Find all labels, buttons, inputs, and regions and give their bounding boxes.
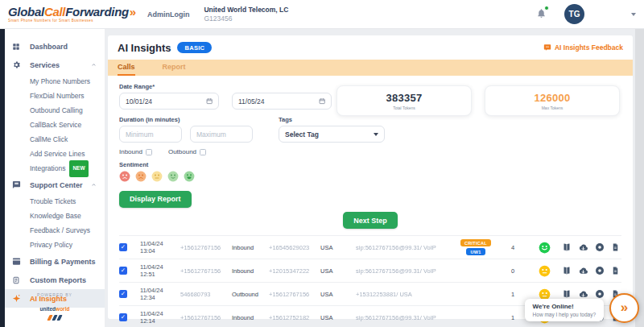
duration-group: Duration (in minutes)	[119, 114, 261, 143]
calendar-icon[interactable]	[206, 97, 213, 105]
row-checkbox[interactable]	[119, 243, 127, 251]
total-tokens-value: 383357	[386, 92, 422, 104]
sidebar-label: Services	[30, 61, 60, 69]
tab-calls[interactable]: Calls	[118, 60, 135, 76]
transcript-book-icon[interactable]	[562, 289, 572, 299]
powered-by-label: POWERED BY	[5, 292, 105, 297]
chat-chevrons-icon: »	[621, 300, 628, 314]
duration-min-input[interactable]	[126, 130, 175, 139]
sentiment-very-positive-icon[interactable]	[184, 171, 195, 182]
sidebar-item-knowledge-base[interactable]: Knowledge Base	[0, 209, 105, 223]
select-caret-icon	[374, 133, 378, 136]
credit-card-icon	[11, 257, 21, 266]
dashboard-grid-icon	[11, 43, 21, 51]
logo-chevrons-icon: »	[130, 5, 136, 19]
sentiment-neutral-icon[interactable]	[151, 171, 163, 182]
sidebar-label: Billing & Payments	[30, 258, 96, 266]
date-from-input[interactable]	[119, 93, 219, 110]
sidebar-item-my-phone-numbers[interactable]: My Phone Numbers	[0, 74, 105, 89]
call-count: 1	[499, 314, 526, 321]
sidebar-item-add-service-lines[interactable]: Add Service Lines	[0, 147, 105, 161]
cloud-download-icon[interactable]	[578, 289, 588, 300]
sentiment-label: Sentiment	[119, 161, 621, 168]
logo-swoosh-icon	[5, 315, 105, 321]
sidebar: Dashboard Services My Phone Numbers Flex…	[0, 29, 105, 327]
transcript-book-icon[interactable]	[562, 242, 572, 252]
chevron-up-icon	[91, 181, 97, 189]
play-record-icon[interactable]	[595, 289, 605, 299]
sidebar-dark-strip	[0, 29, 5, 327]
row-checkbox[interactable]	[119, 313, 127, 321]
united-world-logo: unitedworld	[5, 300, 105, 321]
powered-by-footer: POWERED BY unitedworld	[5, 292, 105, 321]
tags-group: Tags Select Tag	[279, 114, 385, 143]
calendar-icon[interactable]	[319, 97, 325, 105]
sidebar-item-dashboard[interactable]: Dashboard	[0, 37, 105, 56]
sidebar-item-privacy-policy[interactable]: Privacy Policy	[0, 238, 105, 252]
ai-insights-card: AI Insights BASIC AI Insights Feedback C…	[108, 35, 633, 319]
call-datetime: 11/04/2412:51	[140, 263, 180, 279]
brand-logo[interactable]: GlobalCallForwarding» Smart Phone Number…	[8, 6, 136, 23]
sentiment-negative-icon[interactable]	[135, 171, 147, 182]
date-to-value[interactable]	[238, 97, 319, 106]
row-actions	[562, 266, 621, 276]
call-datetime: 11/04/2412:34	[140, 287, 180, 302]
play-record-icon[interactable]	[595, 242, 605, 252]
sidebar-item-integrations[interactable]: Integrations NEW	[0, 161, 105, 176]
sentiment-very-negative-icon[interactable]	[119, 171, 130, 182]
row-actions	[562, 242, 621, 253]
duration-max-input[interactable]	[196, 130, 246, 139]
sidebar-item-support-center[interactable]: Support Center	[0, 176, 105, 194]
date-from-value[interactable]	[126, 97, 206, 106]
account-id: G123456	[204, 14, 288, 23]
chat-message: How may I help you today?	[533, 312, 596, 317]
transcript-book-icon[interactable]	[562, 266, 572, 275]
display-report-button[interactable]: Display Report	[119, 191, 192, 208]
sidebar-item-outbound-calling[interactable]: Outbound Calling	[0, 103, 105, 118]
play-record-icon[interactable]	[595, 266, 605, 275]
call-count: 0	[499, 267, 526, 275]
header-caret-icon[interactable]	[631, 13, 636, 16]
document-file-icon[interactable]	[611, 266, 620, 275]
sentiment-positive-icon[interactable]	[167, 171, 179, 182]
next-step-button[interactable]: Next Step	[343, 212, 398, 229]
sidebar-item-feedback-surveys[interactable]: Feedback / Surveys	[0, 223, 105, 238]
outbound-checkbox[interactable]	[200, 149, 206, 155]
sidebar-item-callback-service[interactable]: CallBack Service	[0, 118, 105, 132]
total-tokens-card: 383357 Total Tokens	[336, 85, 472, 116]
vertical-scrollbar[interactable]	[635, 29, 644, 327]
ai-insights-feedback-link[interactable]: AI Insights Feedback	[543, 43, 623, 52]
cloud-download-icon[interactable]	[578, 266, 588, 276]
sidebar-item-services[interactable]: Services	[0, 56, 105, 74]
document-file-icon[interactable]	[611, 242, 620, 252]
sidebar-item-flexdial-numbers[interactable]: FlexDial Numbers	[0, 89, 105, 103]
caller-number: +15612767156	[180, 314, 232, 321]
feedback-icon	[543, 43, 551, 52]
row-checkbox[interactable]	[119, 267, 127, 275]
cloud-download-icon[interactable]	[578, 242, 588, 253]
sidebar-label: Support Center	[30, 181, 83, 189]
user-avatar[interactable]: TG	[564, 4, 584, 24]
page-title: AI Insights	[118, 42, 171, 54]
chat-widget-bubble[interactable]: We're Online! How may I help you today?	[525, 299, 604, 321]
row-checkbox[interactable]	[119, 290, 127, 298]
call-destination: sip:5612767156@99.31/ VoIP	[356, 267, 452, 275]
call-destination: sip:5612767156@99.31/ VoIP	[356, 314, 452, 321]
logo-forwarding: Forwarding	[65, 5, 129, 19]
sentiment-neutral-face-icon	[526, 265, 562, 277]
chat-launcher-button[interactable]: »	[609, 293, 639, 323]
date-to-input[interactable]	[232, 93, 332, 110]
company-name: United World Telecom, LC	[204, 6, 288, 14]
tag-select[interactable]: Select Tag	[279, 126, 385, 143]
tab-report[interactable]: Report	[163, 60, 186, 76]
callee-number: +12015347222	[269, 267, 320, 275]
notifications-bell-icon[interactable]	[536, 7, 547, 22]
tags-label: Tags	[279, 116, 385, 123]
sidebar-item-billing-payments[interactable]: Billing & Payments	[0, 252, 105, 271]
sidebar-item-trouble-tickets[interactable]: Trouble Tickets	[0, 194, 105, 209]
call-country: USA	[320, 291, 356, 298]
sidebar-item-custom-reports[interactable]: Custom Reports	[0, 271, 105, 289]
sidebar-item-callme-click[interactable]: CallMe Click	[0, 132, 105, 147]
sentiment-picker	[119, 171, 621, 182]
inbound-checkbox[interactable]	[146, 149, 152, 155]
